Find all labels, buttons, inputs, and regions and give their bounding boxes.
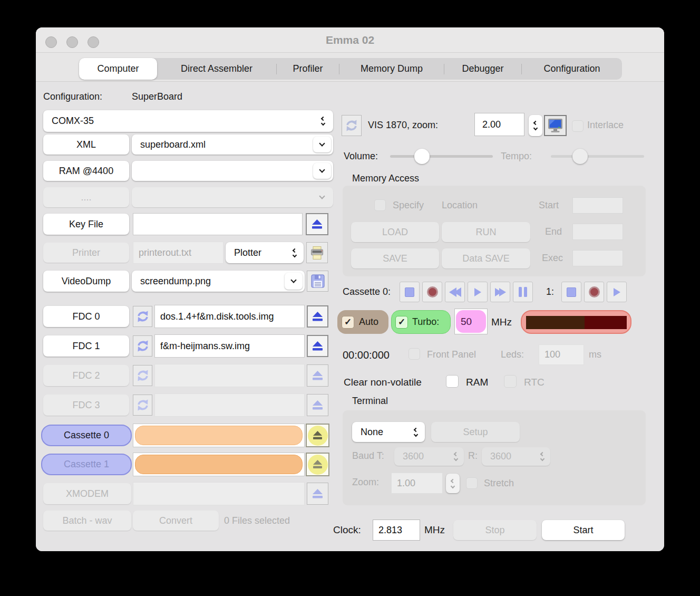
machine-select[interactable]: COMX-35 <box>43 110 333 132</box>
volume-slider-thumb[interactable] <box>414 149 430 164</box>
cassette1-record-button[interactable] <box>584 282 604 302</box>
specify-label: Specify <box>393 200 424 211</box>
cassette0-button[interactable]: Cassette 0 <box>41 425 132 446</box>
end-label: End <box>545 226 562 237</box>
interlace-label: Interlace <box>587 120 624 131</box>
ram-file-combo[interactable] <box>132 161 333 181</box>
fdc0-image-field[interactable]: dos.1.4+f&m.disk.tools.img <box>154 305 305 328</box>
refresh-icon <box>137 310 149 323</box>
pause-icon <box>519 287 527 297</box>
eject-icon <box>313 460 323 469</box>
video-window-button[interactable] <box>544 115 567 136</box>
clock-field[interactable]: 2.813 <box>373 520 420 541</box>
updown-chevron-icon <box>414 428 417 436</box>
fdc2-eject-button <box>307 364 328 387</box>
fdc1-eject-button[interactable] <box>307 335 328 357</box>
fdc0-eject-button[interactable] <box>307 305 328 328</box>
stepper-up-icon <box>533 121 538 125</box>
cassette0-stop-button[interactable] <box>400 282 420 302</box>
tab-debugger[interactable]: Debugger <box>444 58 521 80</box>
cassette1-play-button[interactable] <box>607 282 627 302</box>
updown-chevron-icon <box>454 453 458 460</box>
refresh-icon <box>137 369 149 382</box>
baud-r-label: R: <box>468 450 478 462</box>
terminal-type-select[interactable]: None <box>352 422 425 442</box>
stepper-down-icon <box>451 484 455 488</box>
printer-mode-select[interactable]: Plotter <box>226 242 304 263</box>
memory-access-title: Memory Access <box>352 173 419 184</box>
cassette1-file-field[interactable] <box>133 453 305 476</box>
printer-icon <box>310 246 324 260</box>
start-button[interactable]: Start <box>542 520 625 540</box>
tab-computer[interactable]: Computer <box>79 58 157 80</box>
cassette0-forward-button[interactable] <box>490 282 510 302</box>
start-field <box>572 197 623 214</box>
turbo-checkbox[interactable]: ✓ <box>395 316 408 329</box>
key-file-button[interactable]: Key File <box>43 214 129 235</box>
convert-button: Convert <box>133 511 219 531</box>
key-file-eject-button[interactable] <box>306 213 328 235</box>
stop-button: Stop <box>453 520 537 540</box>
ram-button[interactable]: RAM @4400 <box>43 161 129 181</box>
volume-slider-track[interactable] <box>390 155 493 158</box>
turbo-mhz-field[interactable]: 50 <box>454 309 488 334</box>
xml-file-combo[interactable]: superboard.xml <box>132 134 333 155</box>
emma02-window: Emma 02 Computer Direct Assembler Profil… <box>36 27 664 551</box>
printer-file-field: printerout.txt <box>133 242 223 264</box>
cassette0-file-field[interactable] <box>133 424 305 447</box>
videodump-button[interactable]: VideoDump <box>43 271 129 292</box>
fdc1-swap-button[interactable] <box>133 335 152 357</box>
cassette0-play-button[interactable] <box>468 282 488 302</box>
speed-gauge <box>521 310 631 334</box>
cassette0-pause-button[interactable] <box>513 282 533 302</box>
stop-icon <box>567 287 576 297</box>
cassette0-record-button[interactable] <box>422 282 442 302</box>
printer-button: Printer <box>43 243 129 263</box>
cassette1-tape-fill <box>135 455 303 474</box>
eject-highlight <box>308 455 328 475</box>
cassette0-transport-label: Cassette 0: <box>343 286 391 297</box>
cassette0-eject-button[interactable] <box>306 424 329 447</box>
fdc0-swap-button[interactable] <box>133 306 152 327</box>
cassette1-eject-button[interactable] <box>306 453 329 476</box>
clear-rtc-label: RTC <box>524 377 545 388</box>
chevron-down-icon[interactable] <box>285 273 303 290</box>
stepper-up-icon <box>451 478 455 483</box>
eject-icon <box>312 371 323 380</box>
stretch-label: Stretch <box>484 478 514 489</box>
print-button[interactable] <box>306 242 328 263</box>
tab-profiler[interactable]: Profiler <box>277 58 339 80</box>
terminal-title: Terminal <box>352 396 388 407</box>
tempo-slider-track <box>551 155 644 158</box>
tab-memory-dump[interactable]: Memory Dump <box>339 58 444 80</box>
eject-icon <box>313 431 323 440</box>
record-icon <box>427 286 438 297</box>
videodump-save-button[interactable] <box>307 271 328 292</box>
tab-direct-assembler[interactable]: Direct Assembler <box>157 58 276 80</box>
record-icon <box>589 286 600 297</box>
vis-zoom-stepper[interactable] <box>529 115 542 136</box>
fdc1-button[interactable]: FDC 1 <box>43 335 129 357</box>
stretch-checkbox <box>466 477 478 489</box>
batch-wav-button: Batch - wav <box>43 511 131 531</box>
tempo-slider-thumb <box>572 149 588 164</box>
fdc0-button[interactable]: FDC 0 <box>43 306 129 327</box>
clear-ram-checkbox[interactable] <box>446 375 459 388</box>
key-file-field[interactable] <box>133 213 303 235</box>
files-selected-label: 0 Files selected <box>224 515 290 526</box>
videodump-file-combo[interactable]: screendump.png <box>132 271 305 292</box>
fdc1-image-field[interactable]: f&m-heijmans.sw.img <box>154 334 305 358</box>
tab-configuration[interactable]: Configuration <box>522 58 622 80</box>
chevron-down-icon[interactable] <box>313 137 331 152</box>
eject-icon <box>312 312 323 321</box>
eject-icon <box>312 400 323 410</box>
play-icon <box>614 288 620 296</box>
clear-nonvolatile-label: Clear non-volatile <box>344 377 422 388</box>
xmodem-eject-button <box>307 483 328 505</box>
cassette1-stop-button[interactable] <box>561 282 581 302</box>
vis-zoom-field[interactable]: 2.00 <box>474 113 524 136</box>
auto-checkbox[interactable]: ✓ <box>342 316 354 329</box>
chevron-down-icon[interactable] <box>313 163 331 179</box>
xml-button[interactable]: XML <box>43 134 129 155</box>
cassette0-rewind-button[interactable] <box>445 282 465 302</box>
